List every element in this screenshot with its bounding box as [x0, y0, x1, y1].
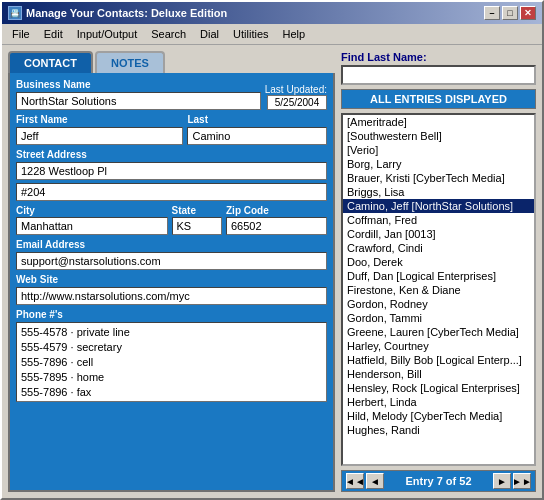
list-item[interactable]: Coffman, Fred [343, 213, 534, 227]
list-item: 555-7895 · home [21, 370, 322, 384]
website-label: Web Site [16, 274, 327, 285]
content-area: CONTACT NOTES Business Name Last Updated… [2, 45, 542, 498]
list-item[interactable]: Cordill, Jan [0013] [343, 227, 534, 241]
state-input[interactable] [172, 217, 223, 235]
form-panel: Business Name Last Updated: 5/25/2004 Fi… [8, 73, 335, 492]
phones-list: 555-4578 · private line555-4579 · secret… [16, 322, 327, 402]
main-window: 📇 Manage Your Contacts: Deluxe Edition –… [0, 0, 544, 500]
list-item[interactable]: Hatfield, Billy Bob [Logical Enterp...] [343, 353, 534, 367]
city-label: City [16, 205, 168, 216]
menu-item-input-output[interactable]: Input/Output [71, 26, 144, 42]
nav-next-button[interactable]: ► [493, 473, 511, 489]
menu-item-help[interactable]: Help [277, 26, 312, 42]
nav-entry-text: Entry 7 of 52 [386, 475, 491, 487]
title-bar-left: 📇 Manage Your Contacts: Deluxe Edition [8, 6, 227, 20]
list-item: 555-7896 · cell [21, 355, 322, 369]
list-item[interactable]: Gordon, Tammi [343, 311, 534, 325]
list-item: 555-4578 · private line [21, 325, 322, 339]
find-label: Find Last Name: [341, 51, 536, 63]
state-label: State [172, 205, 223, 216]
close-button[interactable]: ✕ [520, 6, 536, 20]
nav-last-button[interactable]: ►► [513, 473, 531, 489]
nav-first-button[interactable]: ◄◄ [346, 473, 364, 489]
app-icon: 📇 [8, 6, 22, 20]
street-address2-input[interactable] [16, 183, 327, 201]
last-updated-label: Last Updated: [265, 84, 327, 95]
find-section: Find Last Name: [341, 51, 536, 85]
first-name-input[interactable] [16, 127, 183, 145]
maximize-button[interactable]: □ [502, 6, 518, 20]
list-item[interactable]: [Verio] [343, 143, 534, 157]
list-item[interactable]: Henderson, Bill [343, 367, 534, 381]
list-item[interactable]: Brauer, Kristi [CyberTech Media] [343, 171, 534, 185]
find-input[interactable] [341, 65, 536, 85]
tab-notes[interactable]: NOTES [95, 51, 165, 73]
list-item[interactable]: Hughes, Randi [343, 423, 534, 437]
right-panel: Find Last Name: ALL ENTRIES DISPLAYED [A… [341, 51, 536, 492]
tabs: CONTACT NOTES [8, 51, 335, 73]
phones-label: Phone #'s [16, 309, 327, 320]
list-item[interactable]: Hild, Melody [CyberTech Media] [343, 409, 534, 423]
list-item[interactable]: [Ameritrade] [343, 115, 534, 129]
tab-contact[interactable]: CONTACT [8, 51, 93, 73]
list-item[interactable]: Duff, Dan [Logical Enterprises] [343, 269, 534, 283]
list-item: 555-7896 · fax [21, 385, 322, 399]
zip-input[interactable] [226, 217, 327, 235]
last-name-label: Last [187, 114, 327, 125]
last-name-input[interactable] [187, 127, 327, 145]
menu-bar: FileEditInput/OutputSearchDialUtilitiesH… [2, 24, 542, 45]
title-bar: 📇 Manage Your Contacts: Deluxe Edition –… [2, 2, 542, 24]
street-address-input[interactable] [16, 162, 327, 180]
nav-bar: ◄◄ ◄ Entry 7 of 52 ► ►► [341, 470, 536, 492]
list-item[interactable]: Camino, Jeff [NorthStar Solutions] [343, 199, 534, 213]
list-item[interactable]: Gordon, Rodney [343, 297, 534, 311]
menu-item-utilities[interactable]: Utilities [227, 26, 274, 42]
minimize-button[interactable]: – [484, 6, 500, 20]
street-address-label: Street Address [16, 149, 327, 160]
list-item[interactable]: [Southwestern Bell] [343, 129, 534, 143]
last-updated-value: 5/25/2004 [267, 95, 327, 110]
menu-item-dial[interactable]: Dial [194, 26, 225, 42]
list-item[interactable]: Briggs, Lisa [343, 185, 534, 199]
list-item[interactable]: Firestone, Ken & Diane [343, 283, 534, 297]
first-name-label: First Name [16, 114, 183, 125]
email-input[interactable] [16, 252, 327, 270]
menu-item-search[interactable]: Search [145, 26, 192, 42]
entries-header: ALL ENTRIES DISPLAYED [341, 89, 536, 109]
window-title: Manage Your Contacts: Deluxe Edition [26, 7, 227, 19]
left-panel: CONTACT NOTES Business Name Last Updated… [8, 51, 335, 492]
menu-item-edit[interactable]: Edit [38, 26, 69, 42]
list-item[interactable]: Herbert, Linda [343, 395, 534, 409]
list-item[interactable]: Greene, Lauren [CyberTech Media] [343, 325, 534, 339]
list-item[interactable]: Hensley, Rock [Logical Enterprises] [343, 381, 534, 395]
list-item[interactable]: Doo, Derek [343, 255, 534, 269]
website-input[interactable] [16, 287, 327, 305]
list-item: 555-4579 · secretary [21, 340, 322, 354]
list-item[interactable]: Borg, Larry [343, 157, 534, 171]
title-buttons: – □ ✕ [484, 6, 536, 20]
zip-label: Zip Code [226, 205, 327, 216]
city-input[interactable] [16, 217, 168, 235]
nav-prev-button[interactable]: ◄ [366, 473, 384, 489]
menu-item-file[interactable]: File [6, 26, 36, 42]
list-item[interactable]: Crawford, Cindi [343, 241, 534, 255]
entries-list[interactable]: [Ameritrade][Southwestern Bell][Verio]Bo… [341, 113, 536, 466]
email-label: Email Address [16, 239, 327, 250]
business-name-input[interactable] [16, 92, 261, 110]
list-item[interactable]: Harley, Courtney [343, 339, 534, 353]
business-name-label: Business Name [16, 79, 261, 90]
